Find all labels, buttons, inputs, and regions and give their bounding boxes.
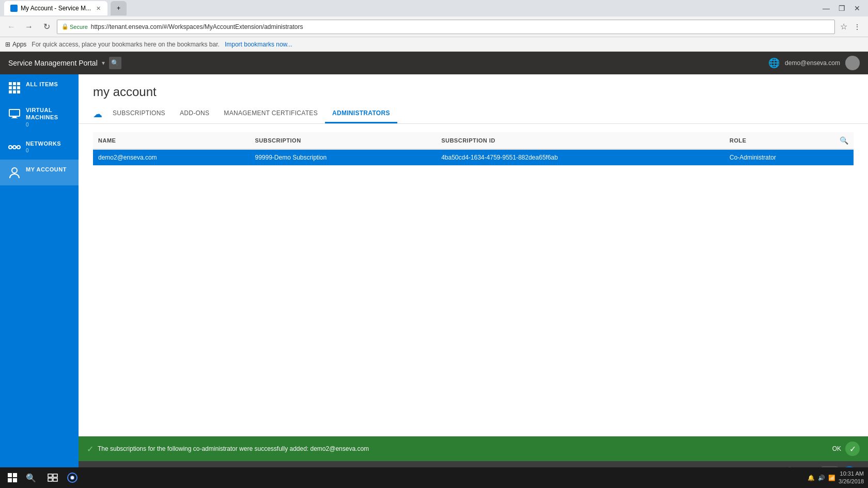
svg-rect-11 [8, 478, 12, 482]
sidebar-account-text: MY ACCOUNT [26, 166, 67, 173]
cell-subscription-id: 4ba50cd4-1634-4759-9551-882dea65f6ab [436, 149, 724, 166]
topbar-right: 🌐 demo@enseva.com [768, 56, 860, 70]
topbar-search-button[interactable]: 🔍 [109, 57, 121, 69]
browser-titlebar: My Account - Service M... ✕ + — ❐ ✕ [0, 0, 868, 17]
tab-management-certificates[interactable]: MANAGEMENT CERTIFICATES [216, 104, 325, 123]
person-icon [8, 167, 21, 179]
svg-rect-13 [48, 474, 52, 477]
browser-toolbar: ← → ↻ 🔒 Secure https://tenant.enseva.com… [0, 17, 868, 37]
status-message: The subscriptions for the following co-a… [98, 445, 828, 452]
monitor-icon [8, 107, 21, 120]
table-container: NAME SUBSCRIPTION SUBSCRIPTION ID [79, 124, 868, 436]
sidebar-item-virtual-machines[interactable]: VIRTUAL MACHINES 0 [0, 100, 79, 134]
grid-icon [8, 82, 21, 94]
window-controls: — ❐ ✕ [819, 2, 864, 15]
svg-point-19 [71, 476, 74, 479]
cell-subscription: 99999-Demo Subscription [250, 149, 436, 166]
svg-point-5 [13, 146, 16, 149]
new-tab-button[interactable]: + [111, 1, 127, 15]
address-bar[interactable]: 🔒 Secure https://tenant.enseva.com/#/Wor… [57, 20, 835, 34]
status-bar: ✓ The subscriptions for the following co… [79, 436, 868, 461]
bookmarks-bar: ⊞ Apps For quick access, place your book… [0, 37, 868, 52]
close-button[interactable]: ✕ [850, 2, 864, 15]
tab-favicon [10, 5, 18, 12]
sidebar: ALL ITEMS VIRTUAL MACHINES 0 [0, 74, 79, 488]
tab-add-ons[interactable]: ADD-ONS [173, 104, 216, 123]
main-panel: my account ☁ SUBSCRIPTIONS ADD-ONS MANAG… [79, 74, 868, 488]
svg-rect-9 [8, 473, 12, 477]
app-window: Service Management Portal ▾ 🔍 🌐 demo@ens… [0, 52, 868, 488]
page-header: my account [79, 74, 868, 104]
taskbar-task-view[interactable] [43, 468, 62, 487]
taskbar-clock: 10:31 AM 3/26/2018 [839, 470, 864, 486]
tab-administrators[interactable]: ADMINISTRATORS [325, 104, 397, 123]
col-role: ROLE 🔍 [724, 132, 854, 149]
secure-badge: 🔒 Secure [61, 23, 88, 30]
language-globe-icon: 🌐 [768, 57, 780, 69]
col-subscription-id: SUBSCRIPTION ID [436, 132, 724, 149]
svg-rect-1 [12, 116, 17, 118]
administrators-table: NAME SUBSCRIPTION SUBSCRIPTION ID [93, 132, 854, 166]
tab-subscriptions[interactable]: SUBSCRIPTIONS [105, 104, 173, 123]
sidebar-item-all-items[interactable]: ALL ITEMS [0, 74, 79, 100]
apps-label: Apps [12, 41, 26, 48]
apps-grid-icon: ⊞ [5, 41, 10, 48]
app-topbar: Service Management Portal ▾ 🔍 🌐 demo@ens… [0, 52, 868, 74]
maximize-button[interactable]: ❐ [835, 2, 848, 15]
network-icon [8, 141, 21, 153]
bookmark-star-icon[interactable]: ☆ [840, 22, 847, 32]
minimize-button[interactable]: — [819, 2, 833, 15]
taskbar-search-button[interactable]: 🔍 [23, 469, 39, 486]
apps-button[interactable]: ⊞ Apps [5, 41, 26, 48]
sidebar-vm-text: VIRTUAL MACHINES 0 [26, 106, 70, 128]
topbar-search-icon: 🔍 [111, 59, 119, 67]
forward-button[interactable]: → [22, 20, 36, 34]
status-ok-button[interactable]: ✓ [845, 442, 860, 456]
bookmarks-hint: For quick access, place your bookmarks h… [32, 41, 220, 48]
tab-label: My Account - Service M... [21, 5, 91, 12]
svg-rect-2 [11, 118, 18, 118]
active-tab[interactable]: My Account - Service M... ✕ [4, 1, 107, 15]
svg-rect-15 [48, 478, 52, 481]
svg-rect-14 [53, 474, 57, 477]
sidebar-all-items-text: ALL ITEMS [26, 81, 58, 88]
tabs-bar: ☁ SUBSCRIPTIONS ADD-ONS MANAGEMENT CERTI… [79, 104, 868, 124]
refresh-button[interactable]: ↻ [39, 20, 54, 34]
menu-button[interactable]: ⋮ [850, 20, 864, 34]
sidebar-item-my-account[interactable]: MY ACCOUNT [0, 160, 79, 185]
sidebar-networks-text: NETWORKS 0 [26, 140, 61, 153]
svg-point-4 [17, 146, 20, 149]
user-email: demo@enseva.com [785, 59, 840, 67]
address-text: https://tenant.enseva.com/#/Workspaces/M… [91, 23, 303, 30]
svg-point-3 [9, 146, 12, 149]
col-name: NAME [93, 132, 250, 149]
table-body: demo2@enseva.com 99999-Demo Subscription… [93, 149, 854, 166]
taskbar-chrome[interactable] [63, 468, 82, 487]
table-search-icon[interactable]: 🔍 [840, 136, 849, 145]
svg-rect-0 [9, 109, 20, 116]
taskbar-apps [43, 468, 82, 487]
sidebar-item-networks[interactable]: NETWORKS 0 [0, 134, 79, 160]
status-ok-label[interactable]: OK [832, 445, 841, 452]
svg-rect-12 [13, 478, 17, 482]
import-bookmarks-link[interactable]: Import bookmarks now... [225, 41, 292, 48]
new-tab-icon: + [117, 5, 120, 12]
cell-name: demo2@enseva.com [93, 149, 250, 166]
taskbar-network-icon: 📶 [828, 475, 835, 481]
svg-rect-16 [53, 478, 57, 481]
tab-close-button[interactable]: ✕ [96, 5, 101, 12]
windows-taskbar: 🔍 🔔 🔊 📶 10:31 AM 3/26/2018 [0, 467, 868, 488]
table-row[interactable]: demo2@enseva.com 99999-Demo Subscription… [93, 149, 854, 166]
cell-role: Co-Administrator [724, 149, 854, 166]
svg-rect-10 [13, 473, 17, 477]
taskbar-volume-icon: 🔊 [818, 475, 825, 481]
start-button[interactable] [4, 469, 21, 486]
svg-point-8 [12, 168, 17, 173]
col-subscription: SUBSCRIPTION [250, 132, 436, 149]
topbar-chevron-icon: ▾ [102, 59, 105, 67]
page-title: my account [93, 85, 854, 99]
back-button[interactable]: ← [4, 20, 19, 34]
taskbar-notification-icon: 🔔 [808, 475, 815, 481]
tabs-cloud-icon: ☁ [93, 108, 102, 120]
user-avatar[interactable] [845, 56, 860, 70]
